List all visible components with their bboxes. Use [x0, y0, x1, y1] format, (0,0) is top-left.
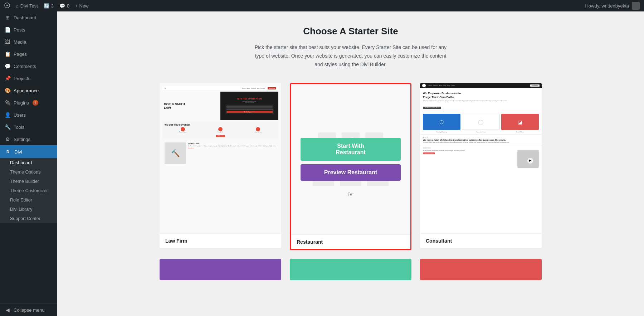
sidebar-item-users[interactable]: 👤 Users: [0, 109, 57, 121]
lf-section-title: WE GOT YOU COVERED: [165, 124, 276, 126]
co-icon-community: ◯: [478, 119, 484, 125]
sidebar: ⊞ Dashboard 📄 Posts 🖼 Media 📋 Pages 💬 Co…: [0, 11, 57, 316]
wp-icon: [4, 3, 10, 9]
cards-grid: ⬡ Home About Services Blog Contact Book …: [100, 83, 601, 250]
restaurant-overlay: Start With Restaurant Preview Restaurant…: [291, 84, 410, 234]
lf-nav-links: Home About Services Blog Contact: [242, 88, 265, 89]
plugins-badge: 1: [33, 100, 38, 106]
posts-icon: 📄: [4, 26, 11, 33]
sidebar-item-media[interactable]: 🖼 Media: [0, 36, 57, 48]
restaurant-label: Restaurant: [291, 234, 410, 249]
sidebar-item-settings[interactable]: ⚙ Settings: [0, 133, 57, 145]
lf-hero-title: DOE & SMITHLAW: [164, 102, 218, 110]
law-firm-label: Law Firm: [160, 233, 281, 248]
submenu-item-role-editor[interactable]: Role Editor: [0, 195, 57, 205]
submenu-item-theme-builder[interactable]: Theme Builder: [0, 177, 57, 186]
new-label: + New: [75, 3, 88, 9]
appearance-icon: 🎨: [4, 87, 11, 94]
updates-count: 3: [51, 3, 54, 9]
page-title: Choose A Starter Site: [303, 26, 398, 37]
sidebar-label-users: Users: [14, 112, 26, 118]
updates-item[interactable]: 🔄 3: [44, 3, 54, 9]
sidebar-label-posts: Posts: [14, 27, 25, 33]
comments-icon: 💬: [59, 3, 65, 9]
co-nav: Home Services About Shop Blog Contact Ge…: [420, 83, 542, 88]
sidebar-item-comments[interactable]: 💬 Comments: [0, 60, 57, 72]
sidebar-item-posts[interactable]: 📄 Posts: [0, 24, 57, 36]
restaurant-card[interactable]: 🍽 🥂 ☕ Start With Restaurant: [290, 83, 411, 250]
co-cards-row: ⬡ ◯ ◪: [420, 112, 542, 131]
submenu-item-dashboard[interactable]: Dashboard: [0, 158, 57, 167]
co-icon-growth: ◪: [518, 119, 522, 125]
projects-icon: 📌: [4, 75, 11, 82]
admin-bar-right: Howdy, writtenbyekta: [585, 2, 640, 10]
sidebar-label-plugins: Plugins: [14, 100, 29, 106]
sidebar-item-dashboard[interactable]: ⊞ Dashboard: [0, 11, 57, 24]
svg-point-1: [6, 5, 8, 6]
co-hero: We Empower Businesses to Forge Their Own…: [420, 88, 542, 112]
start-restaurant-button[interactable]: Start With Restaurant: [301, 138, 401, 161]
law-firm-card[interactable]: ⬡ Home About Services Blog Contact Book …: [160, 83, 281, 248]
consultant-card[interactable]: Home Services About Shop Blog Contact Ge…: [420, 83, 542, 248]
cursor-icon: ☞: [347, 190, 354, 199]
sidebar-label-comments: Comments: [14, 64, 36, 69]
collapse-icon: ◀: [4, 307, 11, 313]
co-icon-branding: ⬡: [439, 119, 444, 125]
bottom-card-1[interactable]: [160, 259, 281, 280]
collapse-label: Collapse menu: [14, 307, 45, 313]
consultant-preview: Home Services About Shop Blog Contact Ge…: [420, 83, 542, 233]
sidebar-item-tools[interactable]: 🔧 Tools: [0, 121, 57, 133]
co-about: ABOUT US We have a habit of delivering t…: [420, 134, 542, 145]
submenu-item-theme-customizer[interactable]: Theme Customizer: [0, 186, 57, 195]
consultant-label: Consultant: [420, 233, 542, 248]
avatar: [632, 2, 640, 10]
divi-submenu: Dashboard Theme Options Theme Builder Th…: [0, 158, 57, 223]
sidebar-item-appearance[interactable]: 🎨 Appearance: [0, 84, 57, 97]
lf-about: 🔨 ABOUT US Our team of attorneys is here…: [162, 140, 278, 166]
site-name-item[interactable]: ⌂ Divi Test: [16, 3, 38, 9]
bottom-card-2[interactable]: [290, 259, 411, 280]
submenu-item-support-center[interactable]: Support Center: [0, 214, 57, 223]
law-firm-preview: ⬡ Home About Services Blog Contact Book …: [160, 83, 281, 233]
play-button-icon: ▶: [527, 158, 533, 164]
sidebar-label-appearance: Appearance: [14, 88, 39, 93]
site-name: Divi Test: [20, 3, 38, 9]
divi-icon: D: [4, 148, 11, 155]
site-home-icon: ⌂: [16, 3, 19, 9]
collapse-menu-item[interactable]: ◀ Collapse menu: [0, 303, 57, 316]
plugins-icon: 🔌: [4, 99, 11, 106]
dashboard-icon: ⊞: [4, 14, 11, 21]
submenu-item-theme-options[interactable]: Theme Options: [0, 167, 57, 177]
content-area: Choose A Starter Site Pick the starter s…: [57, 11, 644, 316]
bottom-card-3[interactable]: [420, 259, 542, 280]
media-icon: 🖼: [4, 39, 11, 45]
sidebar-label-divi: Divi: [14, 149, 22, 155]
comments-nav-icon: 💬: [4, 63, 11, 69]
admin-bar: ⌂ Divi Test 🔄 3 💬 0 + New Howdy, written…: [0, 0, 644, 11]
sidebar-item-divi[interactable]: D Divi: [0, 145, 57, 158]
lf-hero-cta: GET A FREE CONSULTATION: [237, 98, 262, 100]
sidebar-item-plugins[interactable]: 🔌 Plugins 1: [0, 97, 57, 109]
sidebar-label-tools: Tools: [14, 125, 24, 130]
comments-item[interactable]: 💬 0: [59, 3, 69, 9]
tools-icon: 🔧: [4, 124, 11, 130]
lf-hero-text: youremail@yourdomain.com+1 (234) 567-89-…: [243, 101, 256, 103]
restaurant-preview: 🍽 🥂 ☕ Start With Restaurant: [291, 84, 410, 234]
wordpress-logo[interactable]: [4, 3, 10, 9]
howdy-text: Howdy, writtenbyekta: [585, 3, 629, 9]
sidebar-label-projects: Projects: [14, 76, 30, 81]
settings-icon: ⚙: [4, 136, 11, 142]
co-cards-labels: Branding & Marketing Community & Social …: [420, 131, 542, 134]
lf-logo: ⬡: [165, 87, 166, 89]
sidebar-label-media: Media: [14, 39, 26, 45]
sidebar-item-projects[interactable]: 📌 Projects: [0, 72, 57, 84]
lf-icons-row: Personal Injury Family Law Corporate Law: [165, 127, 276, 133]
submenu-item-divi-library[interactable]: Divi Library: [0, 205, 57, 214]
sidebar-item-pages[interactable]: 📋 Pages: [0, 48, 57, 60]
new-item[interactable]: + New: [75, 3, 88, 9]
sidebar-label-pages: Pages: [14, 52, 27, 57]
sidebar-label-settings: Settings: [14, 137, 30, 142]
users-icon: 👤: [4, 112, 11, 118]
pages-icon: 📋: [4, 51, 11, 57]
preview-restaurant-button[interactable]: Preview Restaurant: [301, 164, 401, 181]
